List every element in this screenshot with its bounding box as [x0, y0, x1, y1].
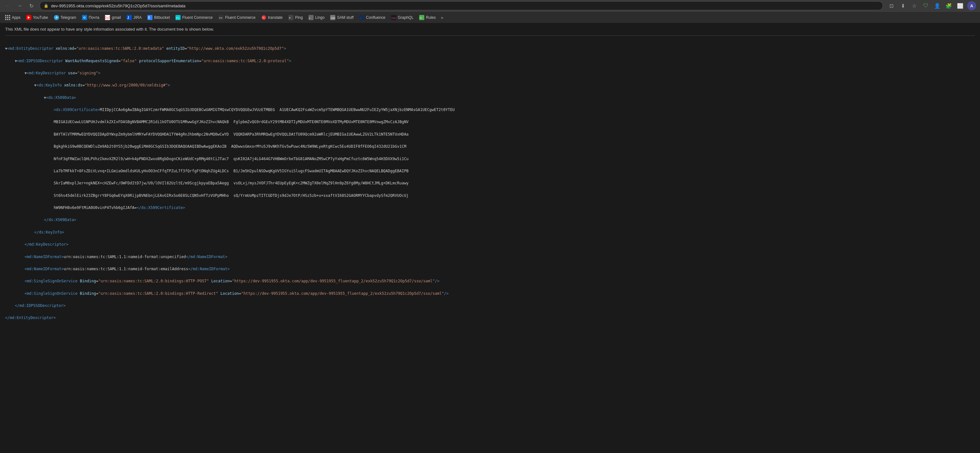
collapse-keyinfo-arrow[interactable]: ▼ [34, 83, 37, 87]
xml-sso-post: <md:SingleSignOnService Binding="urn:oas… [5, 278, 975, 284]
svg-text:P: P [289, 17, 291, 19]
xml-line-1: ▼<md:EntityDescriptor xmlns:md="urn:oasi… [5, 46, 975, 52]
nav-buttons: ← → ↻ [4, 1, 36, 10]
lock-icon: 🔒 [44, 3, 48, 8]
bookmark-gmail[interactable]: gmail [102, 14, 124, 21]
xml-content: ▼<md:EntityDescriptor xmlns:md="urn:oasi… [5, 40, 975, 333]
xml-cert-line3: BAYTAlVTMRMwEQYDVQQIDApDYWxpZm9ybmlhMRYw… [5, 132, 975, 137]
bookmark-translate[interactable]: TL translate [259, 14, 285, 21]
bookmark-youtube-label: YouTube [33, 15, 48, 20]
bookmark-button[interactable]: ☆ [910, 1, 919, 10]
sam-icon: SAM [330, 15, 335, 20]
xml-line-3: ▼<md:KeyDescriptor use="signing"> [5, 70, 975, 76]
account-button[interactable]: 👤 [933, 1, 942, 10]
bitbucket-icon: B [147, 15, 153, 20]
bookmark-jira[interactable]: J JIRA [124, 14, 144, 21]
svg-text:R: R [420, 17, 422, 19]
bookmark-fluent2[interactable]: FC Fluent Commerce [216, 14, 258, 21]
bookmark-lingo[interactable]: L Lingo [306, 14, 327, 21]
ping-icon: P [288, 15, 293, 20]
bookmark-pochta-label: Почта [89, 15, 99, 20]
bookmark-rules-label: Rules [426, 15, 436, 20]
bookmark-apps[interactable]: Apps [3, 14, 23, 21]
bookmark-apps-label: Apps [12, 15, 21, 20]
bookmark-confluence[interactable]: C Confluence [356, 14, 388, 21]
telegram-icon: ✈ [54, 15, 59, 20]
apps-icon [5, 15, 10, 20]
address-bar[interactable]: 🔒 dev-9951955.okta.com/app/exk52zu5h79Q1… [40, 1, 883, 10]
bookmark-fluent1[interactable]: FC Fluent Commerce [173, 14, 215, 21]
svg-text:C: C [360, 17, 362, 19]
xml-notice: This XML file does not appear to have an… [5, 27, 975, 36]
fluent2-icon: FC [218, 15, 224, 20]
xml-sso-redirect: <md:SingleSignOnService Binding="urn:oas… [5, 291, 975, 297]
svg-text:TL: TL [262, 17, 265, 19]
bookmark-ping[interactable]: P Ping [286, 14, 305, 21]
download-button[interactable]: ⬇ [898, 1, 907, 10]
svg-text:SAM: SAM [331, 17, 335, 19]
xml-nameid2: <md:NameIDFormat>urn:oasis:names:tc:SAML… [5, 266, 975, 272]
title-bar: ← → ↻ 🔒 dev-9951955.okta.com/app/exk52zu… [0, 0, 980, 11]
xml-line-keydescclose: </md:KeyDescriptor> [5, 242, 975, 248]
youtube-icon [26, 15, 31, 20]
bookmarks-bar: Apps YouTube ✈ Telegram О Почта [0, 11, 980, 23]
bookmark-bitbucket-label: Bitbucket [154, 15, 170, 20]
svg-rect-0 [105, 15, 110, 20]
svg-text:GQL: GQL [391, 17, 396, 19]
extensions-button[interactable]: 🧩 [944, 1, 953, 10]
bookmark-fluent1-label: Fluent Commerce [182, 15, 212, 20]
bookmark-lingo-label: Lingo [315, 15, 325, 20]
bookmark-telegram-label: Telegram [60, 15, 76, 20]
xml-cert-line7: SkrIaM0xplJer+ngkNEX+cHZEwFc/OWFDdItD7jw… [5, 180, 975, 186]
svg-text:FC: FC [176, 17, 180, 19]
bookmark-pochta[interactable]: О Почта [80, 14, 102, 21]
bookmarks-more-button[interactable]: » [439, 14, 445, 21]
xml-cert-line9: hW9NFH8v6e9FtMiA0U0vinP4Tvhb6gIJAfA=</ds… [5, 205, 975, 211]
xml-line-4: ▼<ds:KeyInfo xmlns:ds="http://www.w3.org… [5, 82, 975, 88]
confluence-icon: C [359, 15, 364, 20]
collapse-entity-arrow[interactable]: ▼ [5, 46, 7, 51]
xml-cert-line4: BgkghkiG9w0BCQEWDluZm9Ab2t0YS5jb20wggEiM… [5, 143, 975, 149]
back-button[interactable]: ← [4, 1, 13, 10]
bookmark-telegram[interactable]: ✈ Telegram [51, 14, 79, 21]
avast-button[interactable]: 🛡 [921, 1, 930, 10]
xml-cert-line6: La7bTMFkkT+8FsZDiVLvnq+ILGmiaOmdldsKULyH… [5, 168, 975, 174]
rules-icon: R [419, 15, 424, 20]
bookmark-fluent2-label: Fluent Commerce [225, 15, 256, 20]
svg-text:FC: FC [219, 17, 223, 19]
svg-text:B: B [148, 16, 150, 19]
forward-button[interactable]: → [15, 1, 24, 10]
bookmark-rules[interactable]: R Rules [417, 14, 438, 21]
content-area: This XML file does not appear to have an… [0, 23, 980, 453]
collapse-keydesc-arrow[interactable]: ▼ [25, 71, 27, 75]
translate-icon: TL [261, 15, 266, 20]
xml-line-keyinfoclose: </ds:KeyInfo> [5, 229, 975, 235]
browser-actions: ⊡ ⬇ ☆ 🛡 👤 🧩 ⬜ A [887, 1, 976, 10]
xml-cert-line2: MBIGA1UECwwLU1NPUHJvdmlkZXIxFDASBgNVBAMM… [5, 119, 975, 125]
bookmark-sam-label: SAM stuff [337, 15, 353, 20]
xml-cert-line8: St6hs45dmlEirk23ZBgrrY8FGq6wEYqX0RijpBVN… [5, 193, 975, 199]
bookmark-jira-label: JIRA [134, 15, 142, 20]
bookmark-gmail-label: gmail [111, 15, 121, 20]
profile-avatar[interactable]: A [967, 1, 976, 10]
browser-chrome: ← → ↻ 🔒 dev-9951955.okta.com/app/exk52zu… [0, 0, 980, 23]
fluent1-icon: FC [175, 15, 181, 20]
xml-line-5: ▼<ds:X509Data> [5, 95, 975, 101]
svg-text:L: L [309, 17, 311, 19]
xml-cert-line5: NfnF3qFRWZaclQHLPVhzIkmvXZR2l9/wH+k4pPND… [5, 156, 975, 162]
graphql-icon: GQL [391, 15, 396, 20]
lingo-icon: L [309, 15, 313, 20]
bookmark-sam[interactable]: SAM SAM stuff [328, 14, 356, 21]
bookmark-graphql[interactable]: GQL GraphQL [388, 14, 416, 21]
bookmark-translate-label: translate [268, 15, 283, 20]
reload-button[interactable]: ↻ [27, 1, 36, 10]
xml-nameid1: <md:NameIDFormat>urn:oasis:names:tc:SAML… [5, 254, 975, 260]
window-button[interactable]: ⬜ [956, 1, 965, 10]
xml-line-x509close: </ds:X509Data> [5, 217, 975, 223]
bookmark-youtube[interactable]: YouTube [24, 14, 50, 21]
bookmark-confluence-label: Confluence [366, 15, 385, 20]
screenshot-button[interactable]: ⊡ [887, 1, 896, 10]
url-text: dev-9951955.okta.com/app/exk52zu5h79Q1c2… [51, 3, 185, 8]
bookmark-bitbucket[interactable]: B Bitbucket [145, 14, 172, 21]
svg-text:J: J [127, 16, 129, 19]
